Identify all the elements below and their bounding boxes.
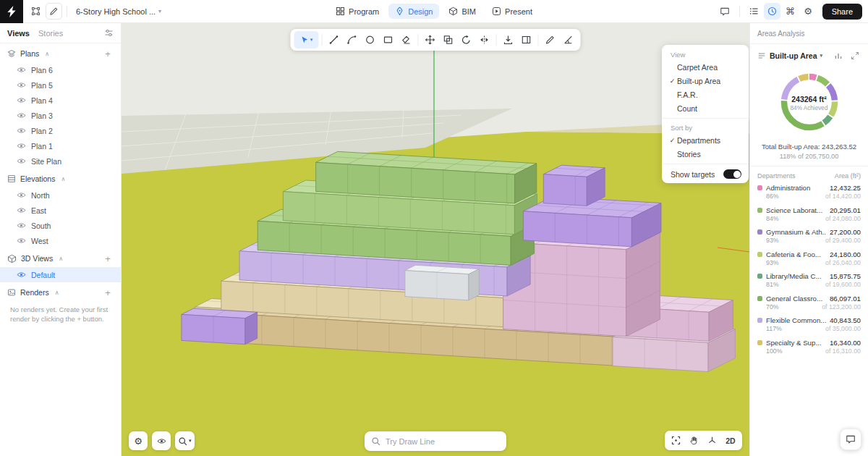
menu-option-f-a-r[interactable]: F.A.R. <box>662 88 749 101</box>
tool-arc-button[interactable] <box>344 31 361 48</box>
tool-select-button[interactable]: ▾ <box>294 31 319 48</box>
menu-section-view: View <box>662 48 749 60</box>
zoom-button[interactable]: ▾ <box>175 431 195 450</box>
grid-icon <box>336 7 345 16</box>
add-plans-button[interactable]: + <box>102 48 114 59</box>
sidebar-item-plan-2[interactable]: Plan 2 <box>0 123 121 138</box>
department-row-library-media-c[interactable]: Library/Media C...15,875.7581%of 19,600.… <box>757 269 861 292</box>
sidebar-item-north[interactable]: North <box>0 187 121 203</box>
menu-option-carpet-area[interactable]: Carpet Area <box>662 60 749 74</box>
department-row-specialty-sup[interactable]: Specialty & Sup...16,340.00100%of 16,310… <box>757 336 861 358</box>
sidebar-item-plan-6[interactable]: Plan 6 <box>0 62 121 77</box>
app-logo[interactable] <box>0 0 23 23</box>
tool-mirror-button[interactable] <box>476 31 493 48</box>
settings-button[interactable]: ⚙ <box>129 431 148 450</box>
tool-panel-button[interactable] <box>518 31 535 48</box>
department-percent: 86% <box>766 193 779 200</box>
tool-circle-button[interactable] <box>362 31 379 48</box>
tool-eraser-button[interactable] <box>398 31 415 48</box>
sidebar-item-plan-3[interactable]: Plan 3 <box>0 108 121 123</box>
tab-design[interactable]: Design <box>388 4 439 19</box>
fit-button[interactable] <box>667 432 685 449</box>
command-search-input[interactable] <box>386 437 500 446</box>
shortcuts-button[interactable]: ⌘ <box>782 3 799 20</box>
sidebar-item-site-plan[interactable]: Site Plan <box>0 153 121 169</box>
tool-rectangle-button[interactable] <box>380 31 397 48</box>
menu-option-count[interactable]: Count <box>662 101 749 115</box>
tool-import-button[interactable] <box>500 31 517 48</box>
sidebar-section-3d-views[interactable]: 3D Views∧+ <box>0 250 121 267</box>
menu-option-built-up-area[interactable]: ✓Built-up Area <box>662 74 749 88</box>
renders-empty-text: No renders yet. Create your first render… <box>0 301 121 324</box>
department-color-dot <box>757 340 762 345</box>
menu-option-label: F.A.R. <box>677 90 698 99</box>
department-row-flexible-common[interactable]: Flexible Common...40,843.50117%of 35,000… <box>757 313 861 336</box>
department-area: 24,180.00 <box>830 250 861 258</box>
department-color-dot <box>757 318 762 323</box>
eye-icon <box>17 158 26 164</box>
sidebar-item-default[interactable]: Default <box>0 267 121 282</box>
3d-scene[interactable] <box>122 23 749 456</box>
department-row-science-laborat[interactable]: Science Laborat...20,295.0184%of 24,080.… <box>757 203 861 226</box>
sidebar-item-west[interactable]: West <box>0 233 121 248</box>
divider <box>662 118 749 119</box>
orbit-button[interactable] <box>703 432 721 449</box>
tool-line-button[interactable] <box>326 31 343 48</box>
show-targets-toggle[interactable] <box>723 169 741 179</box>
settings-button[interactable]: ⚙ <box>800 3 817 20</box>
visibility-button[interactable] <box>152 431 171 450</box>
tab-program[interactable]: Program <box>329 4 386 19</box>
comment-button[interactable] <box>717 3 733 20</box>
sidebar-section-plans[interactable]: Plans∧+ <box>0 45 121 62</box>
command-search[interactable] <box>365 431 506 451</box>
sidebar-tab-stories[interactable]: Stories <box>38 29 63 38</box>
tool-measure-button[interactable] <box>542 31 559 48</box>
expand-button[interactable] <box>849 50 861 62</box>
metric-selector[interactable]: Built-up Area ▾ <box>770 51 822 60</box>
pan-button[interactable] <box>685 432 703 449</box>
tool-protractor-button[interactable] <box>560 31 577 48</box>
tab-bim[interactable]: BIM <box>442 4 482 19</box>
sidebar-item-plan-4[interactable]: Plan 4 <box>0 93 121 108</box>
sidebar-item-plan-5[interactable]: Plan 5 <box>0 77 121 93</box>
pencil-tool-button[interactable] <box>46 3 62 20</box>
department-row-gymnasium-ath[interactable]: Gymnasium & Ath...27,200.0093%of 29,400.… <box>757 225 861 248</box>
department-target: of 26,040.00 <box>825 259 861 266</box>
sidebar-section-elevations[interactable]: Elevations∧ <box>0 170 121 187</box>
project-title-menu[interactable]: 6-Story High School ... ▾ <box>76 7 161 16</box>
node-edit-tool-button[interactable] <box>27 3 44 20</box>
sidebar-tab-views[interactable]: Views <box>7 29 30 38</box>
add-3d-views-button[interactable]: + <box>102 253 114 264</box>
item-label: Plan 3 <box>31 111 53 120</box>
divider <box>662 164 749 164</box>
tab-present[interactable]: Present <box>485 4 539 19</box>
sidebar-item-east[interactable]: East <box>0 203 121 218</box>
departments-table: Administration12,432.2586%of 14,420.00Sc… <box>757 181 861 358</box>
department-row-general-classro[interactable]: General Classro...86,097.0170%of 123,200… <box>757 292 861 314</box>
chart-button[interactable] <box>833 50 844 62</box>
tool-duplicate-button[interactable] <box>440 31 457 48</box>
mode-2d-button[interactable]: 2D <box>721 432 740 449</box>
filter-button[interactable] <box>104 28 114 38</box>
menu-section-sort-by: Sort by <box>662 122 749 133</box>
history-button[interactable] <box>764 3 780 20</box>
chat-button[interactable] <box>840 428 861 450</box>
sidebar-item-south[interactable]: South <box>0 218 121 233</box>
total-vs-target: 118% of 205,750.00 <box>757 153 861 160</box>
comment-icon <box>720 7 730 17</box>
tool-rotate-button[interactable] <box>458 31 475 48</box>
add-renders-button[interactable]: + <box>102 287 114 298</box>
logo-bolt-icon <box>7 6 17 17</box>
tool-move-button[interactable] <box>422 31 439 48</box>
department-row-cafeteria-foo[interactable]: Cafeteria & Foo...24,180.0093%of 26,040.… <box>757 248 861 270</box>
menu-option-departments[interactable]: ✓Departments <box>662 133 749 147</box>
sidebar-item-plan-1[interactable]: Plan 1 <box>0 138 121 153</box>
3d-viewport[interactable]: ▾ ViewCarpet Area✓Built-up AreaF.A.R.Cou… <box>122 23 749 456</box>
list-button[interactable] <box>746 3 762 20</box>
caret-up-icon: ∧ <box>55 290 59 296</box>
menu-option-stories[interactable]: Stories <box>662 147 749 161</box>
department-row-administration[interactable]: Administration12,432.2586%of 14,420.00 <box>757 181 861 203</box>
pencil-icon <box>49 7 59 16</box>
sidebar-section-renders[interactable]: Renders∧+ <box>0 284 121 301</box>
share-button[interactable]: Share <box>822 4 862 20</box>
